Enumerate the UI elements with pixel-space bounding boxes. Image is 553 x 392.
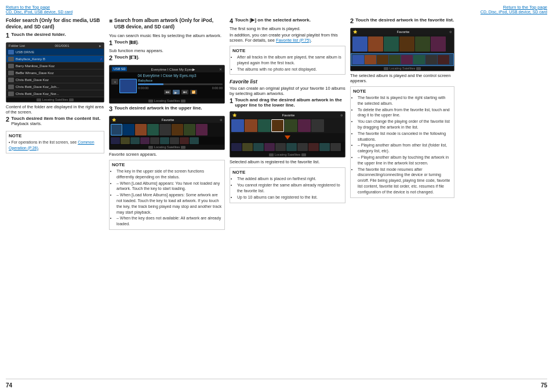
col2-step2-row: 2 Touch [▦]. (109, 54, 225, 61)
big-upper-2[interactable] (384, 36, 399, 52)
drag-thumb-2[interactable] (258, 119, 271, 132)
folder-row-3[interactable]: BeBe Winans_Dave Koz (6, 69, 104, 76)
top-subtitle-left[interactable]: CD, Disc, iPod, USB device, SD card (6, 10, 72, 14)
hl-thumb-4[interactable] (401, 55, 413, 64)
fav-thumb-3[interactable] (147, 124, 159, 135)
fav-small-4[interactable] (150, 137, 159, 144)
fav-upper-grid (110, 123, 224, 137)
lower-thumb-7[interactable] (308, 143, 319, 151)
fav-thumb-2[interactable] (135, 124, 147, 135)
folder-row-4[interactable]: Chris Botti_Dave Koz (6, 76, 104, 83)
next-btn[interactable]: ⏭ (181, 90, 188, 94)
hl-thumb-7[interactable] (438, 55, 449, 64)
fav-small-1[interactable] (121, 137, 130, 144)
lower-thumb-2[interactable] (253, 143, 264, 151)
fav-small-0[interactable] (111, 137, 120, 144)
album-art-selected[interactable] (119, 79, 137, 93)
big-upper-4[interactable] (415, 36, 430, 52)
hl-thumb-0[interactable] (352, 55, 364, 64)
drag-thumb-0[interactable] (231, 119, 244, 132)
folder-row-1[interactable]: Babyface_Kenny B ♪ (6, 56, 104, 63)
back-btn[interactable]: ✕ (111, 79, 118, 85)
col2-step2-num: 2 (109, 54, 112, 61)
fav-thumb-6[interactable] (184, 124, 195, 135)
play-btn[interactable]: ▶ (173, 90, 180, 94)
drag-thumb-selected[interactable] (271, 119, 284, 132)
step2-label: Touch desired item from the content list… (11, 116, 100, 121)
fav-small-2[interactable] (130, 137, 140, 144)
top-link-right[interactable]: Return to the Top page (481, 5, 547, 10)
sat-8 (301, 153, 306, 156)
col2-step1-note: Sub function menu appears. (109, 48, 225, 53)
lower-thumb-0[interactable] (231, 143, 242, 151)
lower-thumb-6[interactable] (297, 143, 308, 151)
drag-thumb-1[interactable] (245, 119, 257, 132)
page-num-left: 74 (6, 382, 12, 389)
col3-note2-text: The added album is placed on farthest ri… (232, 176, 343, 200)
fav-thumb-5[interactable] (172, 124, 183, 135)
lower-thumb-5[interactable] (286, 143, 297, 151)
top-link-left[interactable]: Return to the Top page (6, 5, 72, 10)
folder-list-header: Folder List 001/0001 ▶ (6, 43, 104, 49)
lower-thumb-1[interactable] (242, 143, 253, 151)
lower-thumb-8[interactable] (319, 143, 330, 151)
fav-small-3[interactable] (140, 137, 150, 144)
folder-list: USB DRIVE Babyface_Kenny B ♪ Barry Manil… (6, 49, 104, 97)
fav-thumb-4[interactable] (159, 124, 171, 135)
screen-status-1: Locating Satellites (6, 97, 104, 102)
fav-thumb-1[interactable] (123, 124, 134, 135)
folder-list-screen: Folder List 001/0001 ▶ USB DRIVE Babyfac… (6, 42, 104, 102)
hl-thumb-1[interactable] (365, 55, 376, 64)
big-upper-0[interactable] (352, 36, 368, 52)
col3-step1-row: 1 Touch and drag the desired album artwo… (230, 97, 345, 108)
satellite-icon (37, 98, 41, 101)
fav-small-5[interactable] (160, 137, 169, 144)
fav-thumb-0[interactable] (111, 124, 122, 135)
fav-drag-screen: ⭐ Favorite ⚙ (230, 111, 345, 157)
favorite-list-link[interactable]: Favorite list (P.75) (276, 38, 311, 43)
hl-thumb-3[interactable] (389, 55, 401, 64)
col3-note2: In addition, you can create your origina… (230, 32, 345, 43)
fav-small-7[interactable] (180, 137, 189, 144)
col1-note-text: • For operations in the list screen, see… (9, 140, 101, 151)
lower-thumb-9[interactable] (330, 143, 341, 151)
big-upper-3[interactable] (399, 36, 414, 52)
top-subtitle-right[interactable]: CD, Disc, iPod, USB device, SD card (481, 10, 547, 14)
lower-thumb-4[interactable] (275, 143, 286, 151)
folder-row-selected[interactable]: USB DRIVE (6, 49, 104, 56)
step2-row: 2 Touch desired item from the content li… (6, 116, 104, 127)
artwork-icon[interactable]: ▦ (130, 56, 136, 59)
col4-step2-note: The selected album is played and the con… (350, 73, 454, 83)
drag-thumb-5[interactable] (298, 119, 311, 132)
repeat-btn[interactable]: 🔁 (190, 90, 197, 94)
menu-icon[interactable]: ☰ (130, 41, 136, 44)
step2-note: Playback starts. (11, 121, 100, 126)
lower-thumb-3[interactable] (264, 143, 275, 151)
folder-icon (8, 64, 14, 68)
col2-step3-note: Favorite screen appears. (109, 152, 225, 157)
col2-note-text: The key in the upper side of the screen … (112, 168, 222, 227)
folder-row-6[interactable]: Chris Botti_Dave Koz_Nor... (6, 90, 104, 97)
prev-btn[interactable]: ⏮ (164, 90, 171, 94)
hl-thumb-6[interactable] (425, 55, 437, 64)
big-upper-1[interactable] (368, 36, 383, 52)
folder-icon (8, 71, 14, 75)
folder-note: Content of the folder are displayed in t… (6, 104, 104, 115)
fav-big-header: ⭐ Favorite ⚙ (351, 28, 454, 35)
drag-thumb-4[interactable] (285, 119, 297, 132)
big-upper-5[interactable] (431, 36, 446, 52)
folder-row-5[interactable]: Chris Botti_Dave Koz_Joh... (6, 83, 104, 90)
hl-thumb-5[interactable] (413, 55, 425, 64)
col2-step3-row: 3 Touch desired artwork in the upper lin… (109, 105, 225, 112)
fav-thumb-7[interactable] (196, 124, 208, 135)
folder-row-2[interactable]: Barry Manilow_Dave Koz (6, 63, 104, 69)
fav-status: Locating Satellites (110, 145, 224, 149)
hl-thumb-2[interactable] (377, 55, 388, 64)
drag-thumb-6[interactable] (311, 119, 324, 132)
fav-small-6[interactable] (170, 137, 179, 144)
info-area: Babyface 0:00:000:00:00 ⏮ ▶ ⏭ (138, 79, 223, 94)
col2-step3-label: Touch desired artwork in the upper line. (114, 105, 202, 111)
col2-step1-row: 1 Touch [☰]. (109, 39, 225, 46)
fav-drag-upper (230, 118, 345, 133)
fav-small-8[interactable] (190, 137, 199, 144)
